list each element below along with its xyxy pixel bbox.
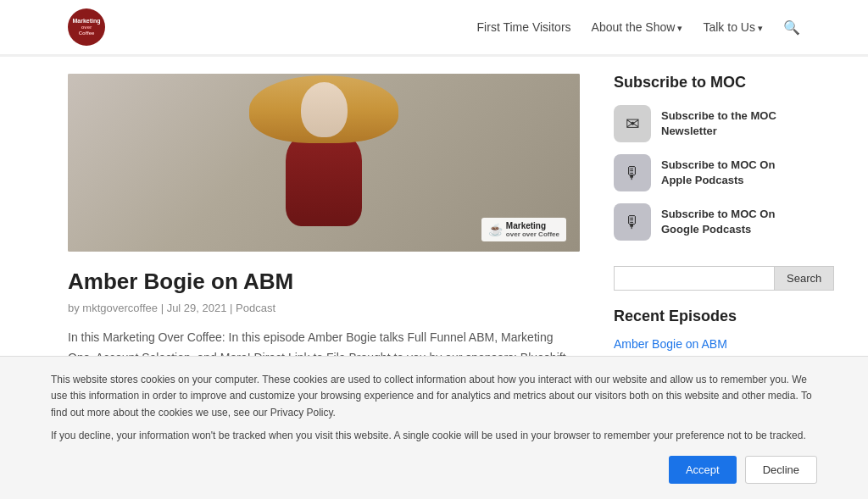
article-author-link[interactable]: mktgovercoffee (82, 302, 158, 314)
subscribe-newsletter-label: Subscribe to the MOC Newsletter (661, 108, 800, 139)
search-box: Search (614, 266, 800, 291)
main-nav: First Time Visitors About the Show Talk … (477, 19, 800, 36)
cookie-accept-button[interactable]: Accept (669, 456, 737, 484)
logo-text-sub: Coffee (79, 30, 95, 36)
nav-first-time-visitors[interactable]: First Time Visitors (477, 20, 571, 34)
cookie-buttons: Accept Decline (51, 456, 817, 484)
cookie-decline-button[interactable]: Decline (745, 456, 817, 484)
subscribe-google-label: Subscribe to MOC On Google Podcasts (661, 207, 800, 237)
search-input[interactable] (614, 266, 774, 291)
subscribe-section: Subscribe to MOC ✉ Subscribe to the MOC … (614, 74, 800, 241)
recent-item-1: Amber Bogie on ABM (614, 335, 800, 353)
recent-link-1[interactable]: Amber Bogie on ABM (614, 337, 727, 351)
article-title: Amber Bogie on ABM (68, 269, 580, 295)
logo[interactable]: Marketing over Coffee (68, 8, 105, 46)
nav-about-show[interactable]: About the Show (592, 20, 683, 34)
nav-talk-to-us[interactable]: Talk to Us (703, 20, 763, 34)
subscribe-apple-label: Subscribe to MOC On Apple Podcasts (661, 158, 800, 188)
article-meta: by mktgovercoffee | Jul 29, 2021 | Podca… (68, 302, 580, 314)
recent-episodes-title: Recent Episodes (614, 308, 800, 325)
article-category-link[interactable]: Podcast (236, 302, 275, 314)
cookie-text-1: This website stores cookies on your comp… (51, 372, 817, 421)
article-date: Jul 29, 2021 (167, 302, 227, 314)
article-watermark: ☕ Marketing over over Coffee (481, 218, 566, 241)
header-search-button[interactable]: 🔍 (783, 19, 800, 36)
google-podcast-icon: 🎙 (614, 203, 651, 241)
watermark-sub: over over Coffee (506, 230, 559, 238)
apple-podcast-icon: 🎙 (614, 154, 651, 191)
article-hero-image: ☕ Marketing over over Coffee (68, 74, 580, 252)
logo-text-over: over (81, 25, 92, 30)
cookie-banner: This website stores cookies on your comp… (0, 356, 868, 490)
subscribe-apple-item[interactable]: 🎙 Subscribe to MOC On Apple Podcasts (614, 154, 800, 191)
watermark-text: Marketing (506, 221, 559, 230)
subscribe-title: Subscribe to MOC (614, 74, 800, 91)
logo-text-main: Marketing (72, 18, 100, 25)
site-header: Marketing over Coffee First Time Visitor… (0, 0, 868, 55)
newsletter-icon: ✉ (614, 105, 651, 142)
cookie-text-2: If you decline, your information won't b… (51, 428, 817, 444)
coffee-watermark-icon: ☕ (488, 223, 503, 236)
search-button[interactable]: Search (774, 266, 834, 291)
subscribe-google-item[interactable]: 🎙 Subscribe to MOC On Google Podcasts (614, 203, 800, 241)
subscribe-newsletter-item[interactable]: ✉ Subscribe to the MOC Newsletter (614, 105, 800, 142)
